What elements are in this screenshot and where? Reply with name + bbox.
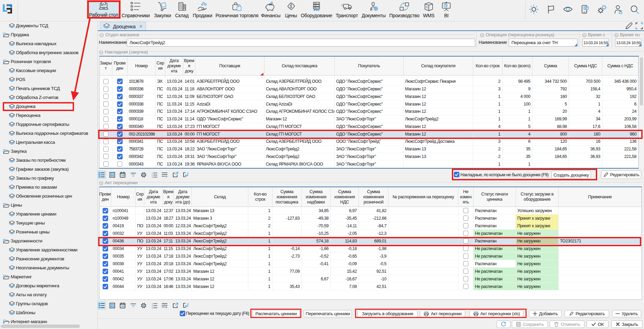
svg-text:3: 3 [152,176,153,178]
svg-text:3: 3 [152,307,153,309]
